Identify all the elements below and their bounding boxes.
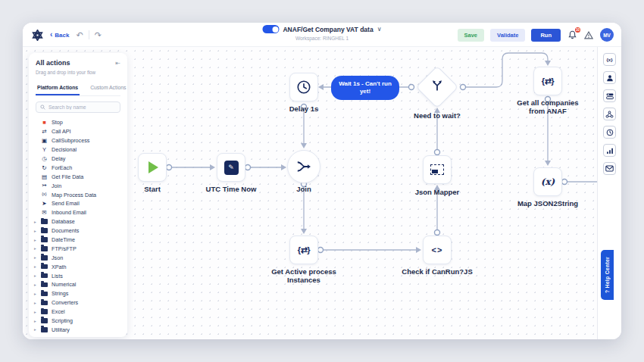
node-map-json2string[interactable]: (x)	[533, 167, 562, 196]
folder-icon	[41, 318, 48, 323]
sidebar-item-callsubprocess[interactable]: ▣CallSubprocess	[33, 136, 123, 145]
board-icon[interactable]	[603, 89, 616, 102]
node-label: Map JSON2String	[511, 199, 584, 208]
app-logo-icon	[32, 30, 43, 41]
expand-caret-icon[interactable]: ▸	[33, 238, 37, 242]
history-icon[interactable]	[603, 126, 616, 139]
expand-caret-icon[interactable]: ▸	[33, 292, 37, 296]
node-utc-time-now[interactable]: ✎	[217, 153, 245, 182]
sidebar-item-ftp-sftp[interactable]: ▸FTP/sFTP	[33, 244, 123, 253]
search-icon	[40, 105, 45, 110]
node-label: Need to wait?	[401, 111, 474, 120]
chevron-down-icon[interactable]: ∨	[377, 26, 382, 33]
expand-caret-icon[interactable]: ▸	[33, 264, 37, 269]
mail-icon[interactable]	[603, 162, 616, 175]
stats-icon[interactable]	[603, 144, 616, 157]
node-start[interactable]	[138, 153, 167, 182]
node-get-all-companies-from-anaf[interactable]: {⇄}	[533, 67, 562, 95]
expand-caret-icon[interactable]: ▸	[33, 319, 37, 323]
undo-icon[interactable]: ↶	[76, 30, 83, 40]
variables-icon[interactable]: {x}	[603, 53, 616, 66]
run-button[interactable]: Run	[531, 29, 561, 42]
sidebar-item-delay[interactable]: ◷Delay	[33, 154, 123, 164]
avatar[interactable]: MV	[600, 28, 614, 42]
expand-caret-icon[interactable]: ▸	[33, 273, 37, 278]
tab-custom-actions[interactable]: Custom Actions	[89, 82, 127, 95]
sidebar-item-map-process-data[interactable]: {x}Map Process Data	[33, 190, 123, 199]
panel-subtitle: Drag and drop into your flow	[36, 70, 120, 75]
expand-caret-icon[interactable]: ▸	[33, 255, 37, 260]
clock-icon	[296, 80, 311, 95]
sidebar-item-decisional[interactable]: YDecisional	[33, 145, 123, 154]
sidebar-item-excel[interactable]: ▸Excel	[33, 307, 123, 317]
sidebar-item-documents[interactable]: ▸Documents	[33, 226, 123, 236]
node-delay-1s[interactable]	[289, 73, 318, 101]
sidebar-item-xpath[interactable]: ▸XPath	[33, 262, 123, 271]
back-button[interactable]: ‹ Back	[50, 31, 69, 39]
sidebar-item-converters[interactable]: ▸Converters	[33, 298, 123, 307]
flow-enabled-toggle[interactable]	[262, 25, 279, 33]
sidebar-item-join[interactable]: ↣Join	[33, 181, 123, 190]
search-input[interactable]	[48, 105, 116, 110]
collapse-panel-icon[interactable]: ⇤	[115, 60, 120, 67]
folder-icon	[41, 292, 48, 297]
node-get-active-process-instances[interactable]: {⇄}	[289, 236, 318, 264]
sidebar-item-json[interactable]: ▸Json	[33, 253, 123, 262]
sidebar-item-strings[interactable]: ▸Strings	[33, 289, 123, 298]
expand-caret-icon[interactable]: ▸	[33, 301, 37, 305]
expand-caret-icon[interactable]: ▸	[33, 246, 37, 251]
sidebar-item-datetime[interactable]: ▸DateTime	[33, 236, 123, 245]
user-icon[interactable]	[603, 71, 616, 84]
expand-caret-icon[interactable]: ▸	[33, 229, 37, 233]
expand-caret-icon[interactable]: ▸	[33, 327, 37, 332]
notifications-bell-icon[interactable]: 10	[567, 30, 577, 40]
sidebar-item-label: Scripting	[52, 317, 73, 324]
sidebar-item-label: DateTime	[52, 236, 75, 243]
join-icon: ↣	[41, 183, 48, 189]
validate-button[interactable]: Validate	[490, 29, 525, 42]
help-center-tab[interactable]: ? Help Center	[601, 250, 614, 300]
node-join[interactable]	[287, 150, 320, 183]
expand-caret-icon[interactable]: ▸	[33, 282, 37, 287]
subprocess-icon: ▣	[41, 138, 48, 144]
sidebar-item-foreach[interactable]: ↻ForEach	[33, 163, 123, 172]
sidebar-item-label: Delay	[52, 155, 65, 162]
sidebar-item-utilitary[interactable]: ▸Utilitary	[33, 325, 123, 334]
folder-icon	[41, 255, 48, 261]
sidebar-item-label: Get File Data	[52, 173, 83, 180]
save-button[interactable]: Save	[458, 29, 485, 42]
node-check-if-canrun-js[interactable]: <>	[423, 236, 452, 264]
inbound-email-icon: ✉	[41, 210, 48, 216]
sidebar-item-get-file-data[interactable]: ▤Get File Data	[33, 172, 123, 181]
panel-title: All actions	[36, 59, 70, 67]
folder-icon	[41, 228, 48, 233]
sidebar-item-scripting[interactable]: ▸Scripting	[33, 317, 123, 326]
sidebar-item-call-api[interactable]: ⇄Call API	[33, 127, 123, 136]
merge-icon	[296, 160, 311, 173]
node-json-mapper[interactable]	[423, 155, 452, 184]
node-label: UTC Time Now	[195, 185, 267, 193]
notification-badge: 10	[575, 27, 580, 33]
network-icon[interactable]	[603, 108, 616, 120]
tab-platform-actions[interactable]: Platform Actions	[36, 82, 80, 95]
sidebar-item-lists[interactable]: ▸Lists	[33, 271, 123, 280]
expand-caret-icon[interactable]: ▸	[33, 220, 37, 224]
delay-icon: ◷	[41, 156, 48, 162]
sidebar-item-label: Join	[52, 183, 61, 189]
sidebar-item-send-email[interactable]: ➤Send Email	[33, 199, 123, 208]
sidebar-item-label: Strings	[52, 290, 68, 297]
sidebar-item-numerical[interactable]: ▸Numerical	[33, 280, 123, 289]
folder-icon	[41, 301, 48, 306]
redo-icon[interactable]: ↷	[95, 30, 102, 40]
fx-icon: (x)	[541, 176, 555, 187]
sidebar-item-database[interactable]: ▸Database	[33, 217, 123, 226]
braces-icon: {⇄}	[542, 76, 554, 86]
sidebar-item-stop[interactable]: ■Stop	[33, 118, 123, 127]
sidebar-item-inbound-email[interactable]: ✉Inbound Email	[33, 208, 123, 217]
chevron-left-icon: ‹	[50, 31, 52, 39]
folder-icon	[41, 219, 48, 224]
expand-caret-icon[interactable]: ▸	[33, 310, 37, 314]
node-need-to-wait[interactable]	[422, 72, 452, 102]
warning-triangle-icon[interactable]	[583, 30, 594, 40]
search-box	[36, 101, 120, 113]
